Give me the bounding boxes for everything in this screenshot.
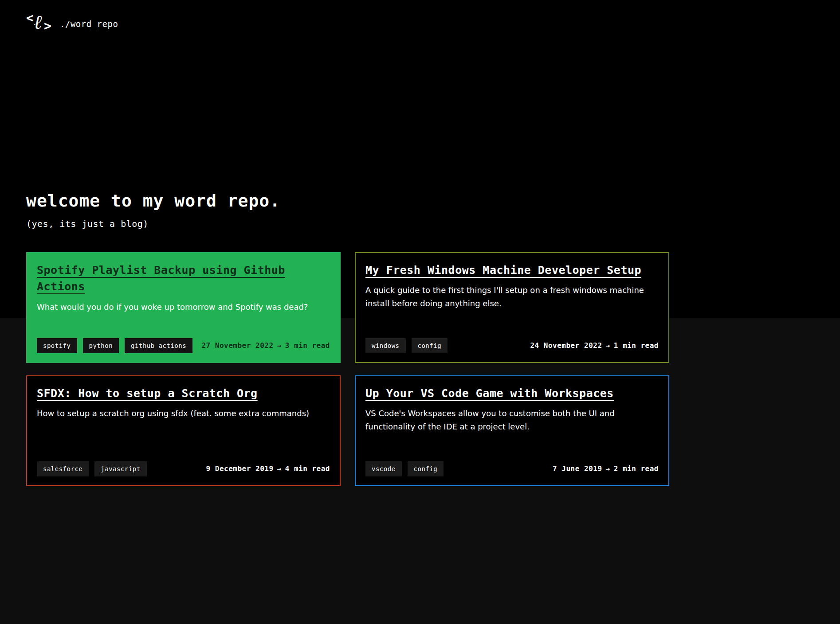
post-meta: 7 June 2019→2 min read	[553, 464, 659, 473]
post-tag[interactable]: spotify	[37, 338, 77, 353]
site-logo-icon[interactable]: < ℓ >	[26, 12, 55, 36]
post-card[interactable]: Spotify Playlist Backup using Github Act…	[26, 252, 341, 363]
post-card[interactable]: SFDX: How to setup a Scratch Org How to …	[26, 375, 341, 486]
post-tag[interactable]: config	[412, 338, 448, 353]
post-description: A quick guide to the first things I'll s…	[365, 284, 656, 310]
arrow-right-icon: →	[606, 464, 610, 473]
post-meta: 27 November 2022→3 min read	[201, 341, 330, 350]
page-title: welcome to my word repo.	[26, 191, 840, 211]
hero-section: welcome to my word repo. (yes, its just …	[26, 191, 840, 229]
post-tag[interactable]: windows	[365, 338, 406, 353]
site-name-link[interactable]: ./word_repo	[60, 19, 118, 29]
post-footer: spotifypythongithub actions 27 November …	[37, 338, 330, 353]
post-footer: windowsconfig 24 November 2022→1 min rea…	[365, 338, 659, 353]
posts-grid: Spotify Playlist Backup using Github Act…	[26, 252, 840, 486]
post-read-time: 3 min read	[285, 341, 330, 350]
arrow-right-icon: →	[277, 341, 282, 350]
logo-angle-right: >	[44, 19, 51, 33]
post-meta: 9 December 2019→4 min read	[206, 464, 330, 473]
post-meta: 24 November 2022→1 min read	[530, 341, 659, 350]
post-footer: vscodeconfig 7 June 2019→2 min read	[365, 461, 659, 476]
post-tag[interactable]: vscode	[365, 461, 402, 476]
site-header: < ℓ > ./word_repo	[26, 11, 840, 37]
logo-angle-left: <	[26, 11, 34, 25]
post-tag[interactable]: javascript	[94, 461, 146, 476]
page-subtitle: (yes, its just a blog)	[26, 218, 840, 229]
post-description: How to setup a scratch org using sfdx (f…	[37, 407, 327, 420]
post-date: 7 June 2019	[553, 464, 602, 473]
post-title-link[interactable]: SFDX: How to setup a Scratch Org	[37, 385, 321, 402]
post-tag-list: windowsconfig	[365, 338, 447, 353]
post-date: 9 December 2019	[206, 464, 274, 473]
post-date: 24 November 2022	[530, 341, 602, 350]
post-tag-list: vscodeconfig	[365, 461, 444, 476]
post-card[interactable]: Up Your VS Code Game with Workspaces VS …	[355, 375, 669, 486]
post-card[interactable]: My Fresh Windows Machine Developer Setup…	[355, 252, 669, 363]
post-title-link[interactable]: Up Your VS Code Game with Workspaces	[365, 385, 649, 402]
post-tag[interactable]: github actions	[125, 338, 192, 353]
logo-script-l: ℓ	[34, 12, 42, 33]
post-read-time: 2 min read	[614, 464, 659, 473]
post-description: What would you do if you woke up tomorro…	[37, 300, 327, 314]
post-tag[interactable]: config	[408, 461, 444, 476]
post-footer: salesforcejavascript 9 December 2019→4 m…	[37, 461, 330, 476]
post-title-link[interactable]: My Fresh Windows Machine Developer Setup	[365, 262, 649, 279]
post-date: 27 November 2022	[201, 341, 273, 350]
post-tag[interactable]: python	[83, 338, 119, 353]
post-tag[interactable]: salesforce	[37, 461, 89, 476]
post-tag-list: spotifypythongithub actions	[37, 338, 192, 353]
post-description: VS Code's Workspaces allow you to custom…	[365, 407, 656, 433]
page-root: < ℓ > ./word_repo welcome to my word rep…	[0, 0, 840, 486]
arrow-right-icon: →	[606, 341, 610, 350]
arrow-right-icon: →	[277, 464, 282, 473]
post-tag-list: salesforcejavascript	[37, 461, 147, 476]
post-title-link[interactable]: Spotify Playlist Backup using Github Act…	[37, 262, 321, 295]
post-read-time: 4 min read	[285, 464, 330, 473]
post-read-time: 1 min read	[614, 341, 659, 350]
